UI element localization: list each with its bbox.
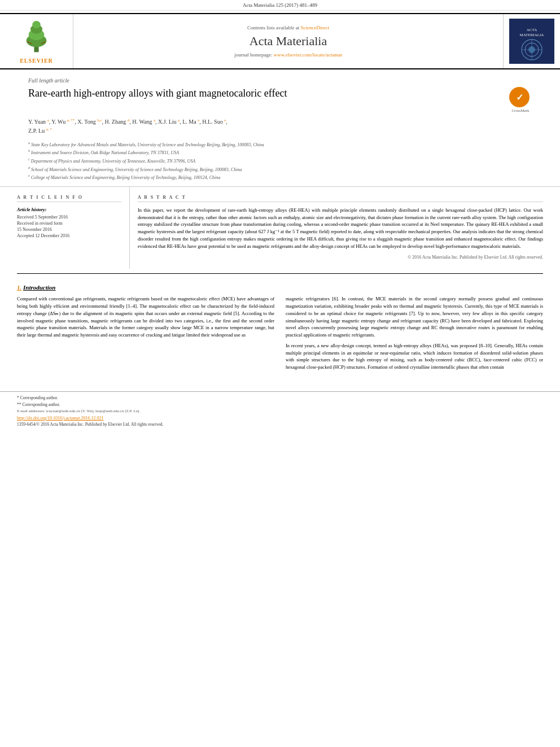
intro-left-col: Compared with conventional gas refrigera… <box>17 295 274 374</box>
issn-line: 1359-6454/© 2016 Acta Materialia Inc. Pu… <box>17 422 543 427</box>
crossmark-area: ✓ CrossMark <box>509 87 532 113</box>
abstract-header: A B S T R A C T <box>138 195 543 202</box>
section-divider <box>17 273 543 274</box>
accepted-date: Accepted 12 December 2016 <box>17 233 121 238</box>
article-title: Rare-earth high-entropy alloys with gian… <box>28 87 504 100</box>
intro-para-1: Compared with conventional gas refrigera… <box>17 295 274 339</box>
acta-logo-icon: ACTA MATERIALIA <box>509 19 554 64</box>
received-date: Received 5 September 2016 <box>17 215 121 220</box>
article-history-label: Article history: <box>17 207 121 212</box>
page-footer: * Corresponding author. ** Corresponding… <box>0 391 560 430</box>
elsevier-wordmark: ELSEVIER <box>20 58 53 64</box>
crossmark-icon: ✓ <box>509 87 530 107</box>
affiliation-b: b Instrument and Source Division, Oak Ri… <box>28 148 532 156</box>
sciencedirect-link[interactable]: ScienceDirect <box>301 25 329 30</box>
introduction-section: 1. Introduction Compared with convention… <box>0 278 560 380</box>
intro-right-col: magnetic refrigerators [6]. In contrast,… <box>286 295 543 374</box>
homepage-url[interactable]: www.elsevier.com/locate/actamat <box>274 52 342 58</box>
journal-ref-text: Acta Materialia 125 (2017) 481–489 <box>243 2 317 8</box>
affiliation-e: e College of Materials Science and Engin… <box>28 173 532 181</box>
affiliations: a State Key Laboratory for Advanced Meta… <box>28 141 532 181</box>
section-title: Introduction <box>23 284 55 291</box>
authors-line: Y. Yuan a, Y. Wu a, **, X. Tong b,c, H. … <box>28 117 532 136</box>
doi-link[interactable]: http://dx.doi.org/10.1016/j.actamat.2016… <box>17 416 543 421</box>
corresponding-note-1: * Corresponding author. <box>17 395 543 400</box>
journal-reference: Acta Materialia 125 (2017) 481–489 <box>0 0 560 11</box>
article-info-col: A R T I C L E I N F O Article history: R… <box>17 187 130 269</box>
article-info-header: A R T I C L E I N F O <box>17 195 121 202</box>
email-line: E-mail addresses: wuyuan@ustb.edu.cn (Y.… <box>17 409 543 413</box>
introduction-body: Compared with conventional gas refrigera… <box>17 295 543 374</box>
elsevier-logo-area: ELSEVIER <box>0 14 73 68</box>
corresponding-note-2: ** Corresponding author. <box>17 402 543 407</box>
copyright-line: © 2016 Acta Materialia Inc. Published by… <box>138 254 543 261</box>
svg-text:ACTA: ACTA <box>527 28 537 32</box>
journal-header: ELSEVIER Contents lists available at Sci… <box>0 13 560 69</box>
section-number: 1. Introduction <box>17 284 543 291</box>
article-header: Full length article Rare-earth high-entr… <box>0 69 560 187</box>
elsevier-tree-icon <box>18 19 55 55</box>
received-revised-label: Received in revised form <box>17 221 121 226</box>
intro-para-right-1: magnetic refrigerators [6]. In contrast,… <box>286 295 543 339</box>
affiliation-a: a State Key Laboratory for Advanced Meta… <box>28 141 532 148</box>
journal-info-area: Contents lists available at ScienceDirec… <box>73 14 504 68</box>
svg-text:MATERIALIA: MATERIALIA <box>520 33 544 37</box>
article-info-abstract-section: A R T I C L E I N F O Article history: R… <box>0 187 560 269</box>
svg-point-4 <box>32 21 41 28</box>
journal-homepage: journal homepage: www.elsevier.com/locat… <box>234 52 342 58</box>
affiliation-d: d School of Materials Science and Engine… <box>28 165 532 173</box>
affiliation-c: c Department of Physics and Astronomy, U… <box>28 157 532 165</box>
contents-line: Contents lists available at ScienceDirec… <box>247 25 329 30</box>
article-type: Full length article <box>28 77 532 84</box>
journal-title: Acta Materialia <box>250 34 327 49</box>
abstract-col: A B S T R A C T In this paper, we report… <box>130 187 543 269</box>
revised-date: 15 November 2016 <box>17 227 121 232</box>
intro-para-right-2: In recent years, a new alloy-design conc… <box>286 342 543 371</box>
svg-text:✓: ✓ <box>516 93 523 102</box>
acta-logo-area: ACTA MATERIALIA <box>504 14 560 68</box>
abstract-text: In this paper, we report the development… <box>138 207 543 261</box>
